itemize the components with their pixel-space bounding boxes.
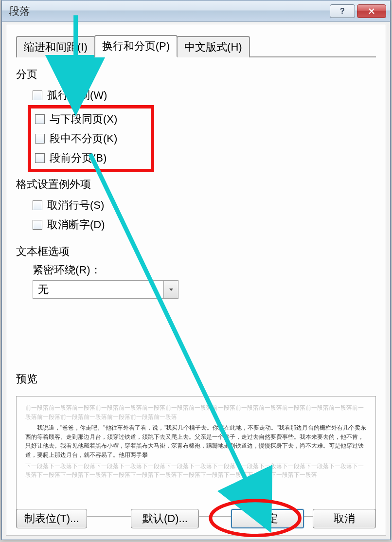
ok-button-label: 确定 [257, 511, 278, 526]
svg-text:?: ? [340, 7, 345, 15]
titlebar: 段落 ? [2, 0, 390, 22]
keep-with-next-label: 与下段同页(X) [50, 112, 117, 126]
checkbox-icon [33, 200, 42, 210]
dialog-body: 缩进和间距(I) 换行和分页(P) 中文版式(H) 分页 孤行控制(W) 与下段… [6, 24, 386, 536]
suppress-line-numbers-row[interactable]: 取消行号(S) [16, 196, 376, 215]
checkbox-icon [33, 220, 42, 230]
widow-orphan-control-row[interactable]: 孤行控制(W) [16, 86, 376, 105]
tight-wrap-value: 无 [38, 282, 49, 297]
checkbox-icon [35, 114, 45, 124]
preview-gray-top: 前一段落前一段落前一段落前一段落前一段落前一段落前一段落前一段落前一段落前一段落… [25, 403, 367, 421]
tab-asian-label: 中文版式(H) [184, 41, 242, 53]
chevron-down-icon [163, 281, 178, 298]
tab-indent-label: 缩进和间距(I) [24, 41, 88, 53]
suppress-line-label: 取消行号(S) [47, 198, 104, 213]
checkbox-icon [35, 153, 45, 163]
page-break-before-row[interactable]: 段前分页(B) [31, 148, 139, 168]
default-button-label: 默认(D)... [143, 511, 188, 526]
page-break-before-label: 段前分页(B) [50, 151, 107, 165]
titlebar-buttons: ? [328, 4, 386, 18]
section-exceptions: 格式设置例外项 [16, 177, 376, 192]
cancel-button[interactable]: 取消 [313, 509, 376, 528]
cancel-button-label: 取消 [334, 511, 355, 526]
ok-button[interactable]: 确定 [231, 509, 304, 528]
close-icon [368, 7, 375, 15]
checkbox-icon [35, 134, 45, 144]
tight-wrap-row: 紧密环绕(R)： 无 [33, 263, 376, 299]
tab-indent-spacing[interactable]: 缩进和间距(I) [16, 36, 95, 57]
button-row: 制表位(T)... 默认(D)... 确定 取消 [16, 509, 376, 528]
help-icon: ? [339, 7, 346, 15]
window-title: 段落 [6, 4, 328, 18]
widow-orphan-label: 孤行控制(W) [47, 88, 107, 103]
help-button[interactable]: ? [330, 4, 355, 18]
section-preview: 预览 [16, 372, 376, 386]
keep-together-label: 段中不分页(K) [50, 131, 117, 146]
suppress-hyphenation-row[interactable]: 取消断字(D) [16, 215, 376, 235]
svg-marker-3 [169, 289, 173, 291]
section-textbox: 文本框选项 [16, 244, 376, 259]
tab-asian-typography[interactable]: 中文版式(H) [177, 36, 250, 57]
tabs-button[interactable]: 制表位(T)... [16, 509, 87, 528]
section-pagination: 分页 [16, 67, 376, 82]
preview-area: 前一段落前一段落前一段落前一段落前一段落前一段落前一段落前一段落前一段落前一段落… [16, 396, 376, 517]
tabs-button-label: 制表位(T)... [24, 511, 79, 526]
paragraph-dialog: 段落 ? 缩进和间距(I) 换行和分页(P) [1, 0, 391, 540]
preview-gray-bottom: 下一段落下一段落下一段落下一段落下一段落下一段落下一段落下一段落下一段落下一段落… [25, 462, 367, 480]
tab-row: 缩进和间距(I) 换行和分页(P) 中文版式(H) [16, 38, 376, 57]
keep-with-next-row[interactable]: 与下段同页(X) [31, 109, 139, 129]
preview-main-text: 我说道，"爸爸，你走吧。"他往车外看了看，说，"我买几个橘子去。你就在此地，不要… [25, 423, 367, 459]
checkbox-icon [33, 90, 42, 100]
tab-pagination-label: 换行和分页(P) [102, 40, 170, 52]
close-button[interactable] [357, 4, 386, 18]
highlight-annotation-box: 与下段同页(X) 段中不分页(K) 段前分页(B) [28, 105, 154, 172]
tight-wrap-dropdown[interactable]: 无 [33, 280, 178, 299]
tight-wrap-label: 紧密环绕(R)： [33, 263, 376, 277]
suppress-hyphen-label: 取消断字(D) [47, 217, 105, 232]
default-button[interactable]: 默认(D)... [131, 509, 199, 528]
keep-together-row[interactable]: 段中不分页(K) [31, 129, 139, 148]
tab-line-page-breaks[interactable]: 换行和分页(P) [94, 35, 178, 57]
